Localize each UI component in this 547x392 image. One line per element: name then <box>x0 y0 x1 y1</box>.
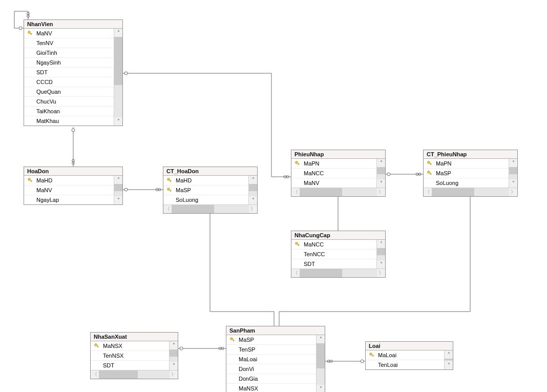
scroll-thumb[interactable] <box>170 349 178 357</box>
table-title[interactable]: PhieuNhap <box>291 150 385 159</box>
scroll-right-button[interactable]: 〉 <box>509 188 517 196</box>
table-row[interactable]: SDT <box>91 361 169 370</box>
scroll-right-button[interactable]: 〉 <box>249 205 257 213</box>
scroll-up-button[interactable]: ˄ <box>377 159 385 167</box>
vertical-scrollbar[interactable]: ˄˅ <box>248 176 257 204</box>
scroll-left-button[interactable]: 〈 <box>91 370 99 379</box>
scroll-track[interactable] <box>99 370 170 379</box>
table-row[interactable]: MatKhau <box>24 116 114 126</box>
scroll-thumb[interactable] <box>377 167 385 174</box>
table-row[interactable]: SoLuong <box>424 178 509 188</box>
table-nhanvien[interactable]: NhanVienMaNVTenNVGioiTinhNgaySinhSDTCCCD… <box>24 19 123 126</box>
scroll-up-button[interactable]: ˄ <box>377 240 385 248</box>
scroll-track[interactable] <box>114 184 122 196</box>
table-row[interactable]: MaNV <box>24 185 114 195</box>
scroll-down-button[interactable]: ˅ <box>249 196 257 204</box>
table-row[interactable]: MaSP <box>163 185 248 195</box>
scroll-track[interactable] <box>509 167 517 179</box>
table-row[interactable]: DonGia <box>226 374 316 384</box>
table-row[interactable]: TenSP <box>226 345 316 355</box>
scroll-track[interactable] <box>170 349 178 362</box>
scroll-track[interactable] <box>114 37 122 117</box>
table-title[interactable]: CT_PhieuNhap <box>424 150 517 159</box>
table-row[interactable]: SDT <box>24 68 114 77</box>
scroll-track[interactable] <box>377 248 385 260</box>
table-row[interactable]: ChucVu <box>24 97 114 107</box>
horizontal-scrollbar[interactable]: 〈〉 <box>163 204 257 213</box>
scroll-right-button[interactable]: 〉 <box>377 188 385 196</box>
table-nhacungcap[interactable]: NhaCungCapMaNCCTenNCCSDT˄˅〈〉 <box>291 231 386 278</box>
table-row[interactable]: QueQuan <box>24 87 114 97</box>
scroll-left-button[interactable]: 〈 <box>291 269 300 277</box>
scroll-left-button[interactable]: 〈 <box>163 205 172 213</box>
table-row[interactable]: TenNSX <box>91 351 169 361</box>
scroll-up-button[interactable]: ˄ <box>509 159 517 167</box>
table-title[interactable]: CT_HoaDon <box>163 167 257 176</box>
table-row[interactable]: MaSP <box>226 335 316 345</box>
table-row[interactable]: NgaySinh <box>24 58 114 68</box>
table-row[interactable]: MaNSX <box>91 341 169 351</box>
table-row[interactable]: CCCD <box>24 77 114 87</box>
scroll-thumb[interactable] <box>509 167 517 174</box>
scroll-thumb[interactable] <box>114 184 122 191</box>
table-nhasanxuat[interactable]: NhaSanXuatMaNSXTenNSXSDT˄˅〈〉 <box>90 332 178 379</box>
scroll-down-button[interactable]: ˅ <box>170 362 178 370</box>
scroll-up-button[interactable]: ˄ <box>317 335 325 343</box>
table-row[interactable]: GioiTinh <box>24 48 114 58</box>
table-row[interactable]: MaHD <box>163 176 248 185</box>
scroll-down-button[interactable]: ˅ <box>377 260 385 269</box>
scroll-right-button[interactable]: 〉 <box>170 370 178 379</box>
scroll-thumb[interactable] <box>99 370 138 379</box>
scroll-up-button[interactable]: ˄ <box>445 350 453 359</box>
scroll-thumb[interactable] <box>317 343 325 368</box>
table-title[interactable]: HoaDon <box>24 167 122 176</box>
table-row[interactable]: MaLoai <box>366 350 444 360</box>
table-row[interactable]: MaNV <box>24 29 114 38</box>
table-row[interactable]: TenLoai <box>366 360 444 369</box>
scroll-thumb[interactable] <box>114 37 122 85</box>
table-row[interactable]: DonVi <box>226 364 316 374</box>
scroll-track[interactable] <box>300 188 377 196</box>
scroll-left-button[interactable]: 〈 <box>291 188 300 196</box>
vertical-scrollbar[interactable]: ˄˅ <box>114 176 122 204</box>
scroll-up-button[interactable]: ˄ <box>249 176 257 184</box>
horizontal-scrollbar[interactable]: 〈〉 <box>291 188 385 196</box>
table-title[interactable]: NhaCungCap <box>291 231 385 240</box>
table-title[interactable]: Loai <box>366 342 453 350</box>
vertical-scrollbar[interactable]: ˄˅ <box>376 159 385 188</box>
scroll-thumb[interactable] <box>432 188 474 196</box>
scroll-left-button[interactable]: 〈 <box>424 188 432 196</box>
table-row[interactable]: MaNV <box>291 178 376 188</box>
table-row[interactable]: TenNV <box>24 38 114 48</box>
table-row[interactable]: MaNCC <box>291 169 376 178</box>
vertical-scrollbar[interactable]: ˄˅ <box>316 335 325 392</box>
table-row[interactable]: MaNCC <box>291 240 376 250</box>
table-row[interactable]: TenNCC <box>291 250 376 259</box>
scroll-down-button[interactable]: ˅ <box>114 117 122 126</box>
table-loai[interactable]: LoaiMaLoaiTenLoai˄˅ <box>365 341 453 370</box>
table-ctphieunhap[interactable]: CT_PhieuNhapMaPNMaSPSoLuong˄˅〈〉 <box>423 150 518 197</box>
scroll-right-button[interactable]: 〉 <box>377 269 385 277</box>
scroll-thumb[interactable] <box>249 184 257 191</box>
table-title[interactable]: SanPham <box>226 326 325 335</box>
table-row[interactable]: MaPN <box>424 159 509 169</box>
table-hoadon[interactable]: HoaDonMaHDMaNVNgayLap˄˅ <box>24 167 123 205</box>
vertical-scrollbar[interactable]: ˄˅ <box>114 29 122 126</box>
table-row[interactable]: MaLoai <box>226 355 316 364</box>
table-row[interactable]: MaPN <box>291 159 376 169</box>
table-row[interactable]: NgayLap <box>24 195 114 204</box>
scroll-track[interactable] <box>300 269 377 277</box>
table-row[interactable]: MaSP <box>424 169 509 178</box>
table-cthoadon[interactable]: CT_HoaDonMaHDMaSPSoLuong˄˅〈〉 <box>163 167 258 214</box>
horizontal-scrollbar[interactable]: 〈〉 <box>91 370 178 379</box>
vertical-scrollbar[interactable]: ˄˅ <box>376 240 385 269</box>
table-sanpham[interactable]: SanPhamMaSPTenSPMaLoaiDonViDonGiaMaNSX˄˅ <box>226 326 325 392</box>
scroll-down-button[interactable]: ˅ <box>114 196 122 204</box>
table-row[interactable]: TaiKhoan <box>24 107 114 116</box>
vertical-scrollbar[interactable]: ˄˅ <box>169 341 178 370</box>
diagram-canvas[interactable]: NhanVienMaNVTenNVGioiTinhNgaySinhSDTCCCD… <box>0 0 547 392</box>
scroll-track[interactable] <box>432 188 509 196</box>
scroll-track[interactable] <box>317 343 325 385</box>
scroll-up-button[interactable]: ˄ <box>114 176 122 184</box>
scroll-up-button[interactable]: ˄ <box>170 341 178 349</box>
